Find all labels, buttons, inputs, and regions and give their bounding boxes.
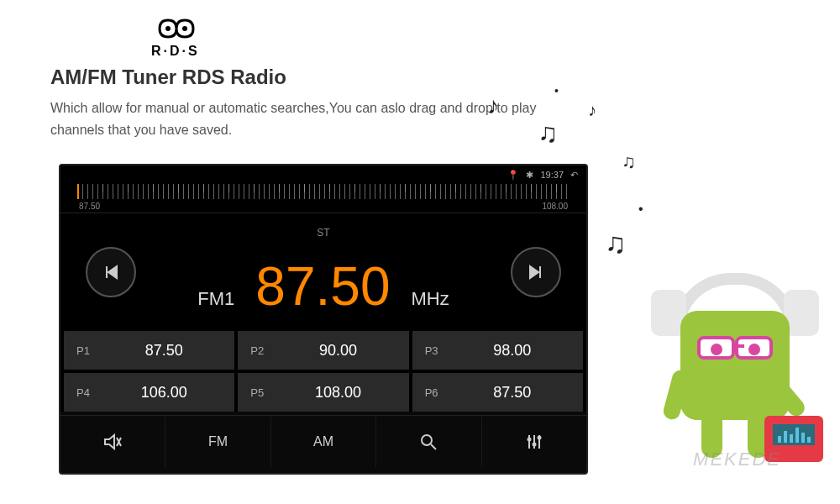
svg-point-2 xyxy=(422,435,432,445)
search-button[interactable] xyxy=(376,416,481,467)
preset-grid: P1 87.50 P2 90.00 P3 98.00 P4 106.00 P5 … xyxy=(60,331,586,412)
equalizer-button[interactable] xyxy=(482,416,586,467)
preset-p6[interactable]: P6 87.50 xyxy=(412,373,583,412)
preset-p1[interactable]: P1 87.50 xyxy=(64,331,234,370)
svg-point-3 xyxy=(527,437,531,441)
back-icon[interactable]: ↶ xyxy=(570,170,578,181)
bottom-toolbar: FM AM xyxy=(60,415,586,467)
stereo-label: ST xyxy=(317,227,329,239)
frequency-indicator[interactable] xyxy=(77,184,79,199)
svg-point-4 xyxy=(532,442,536,446)
rds-logo: R·D·S xyxy=(151,17,790,59)
radio-tuner-app: 📍 ✱ 19:37 ↶ 87.50 108.00 ST FM1 87.50 MH… xyxy=(59,164,588,475)
rds-text: R·D·S xyxy=(151,44,790,59)
bluetooth-icon: ✱ xyxy=(526,170,533,181)
svg-point-5 xyxy=(537,435,541,439)
band-label: FM1 xyxy=(197,288,234,310)
frequency-scale[interactable]: 87.50 108.00 xyxy=(60,184,586,213)
svg-point-1 xyxy=(182,26,187,31)
preset-p5[interactable]: P5 108.00 xyxy=(238,373,408,412)
unit-label: MHz xyxy=(411,288,449,310)
location-icon: 📍 xyxy=(507,170,519,181)
page-title: AM/FM Tuner RDS Radio xyxy=(50,66,790,89)
next-station-button[interactable] xyxy=(511,247,561,297)
frequency-value: 87.50 xyxy=(255,255,390,318)
mute-button[interactable] xyxy=(60,416,165,467)
am-button[interactable]: AM xyxy=(271,416,376,467)
robot-mascot xyxy=(638,244,823,479)
frequency-display: ST FM1 87.50 MHz xyxy=(60,213,586,331)
prev-station-button[interactable] xyxy=(86,247,136,297)
clock-time: 19:37 xyxy=(540,170,564,180)
preset-p4[interactable]: P4 106.00 xyxy=(64,373,234,412)
preset-p2[interactable]: P2 90.00 xyxy=(238,331,408,370)
preset-p3[interactable]: P3 98.00 xyxy=(412,331,583,370)
description-text: Which allow for manual or automatic sear… xyxy=(50,97,538,140)
svg-point-0 xyxy=(165,26,171,31)
fm-button[interactable]: FM xyxy=(165,416,270,467)
watermark: MEKEDE xyxy=(693,449,781,470)
scale-max: 108.00 xyxy=(542,202,568,211)
scale-min: 87.50 xyxy=(79,202,100,211)
status-bar: 📍 ✱ 19:37 ↶ xyxy=(60,165,586,184)
